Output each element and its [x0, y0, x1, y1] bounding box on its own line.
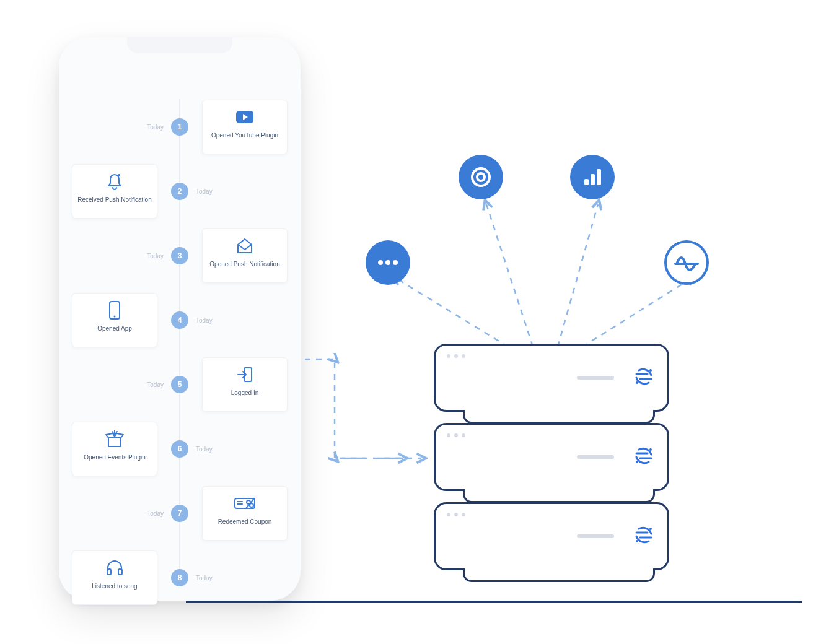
svg-rect-10	[118, 569, 122, 575]
svg-point-15	[477, 173, 485, 181]
svg-point-14	[472, 168, 490, 186]
segment-logo-icon	[631, 523, 656, 550]
timeline-marker: 5	[171, 376, 188, 393]
login-icon	[235, 365, 254, 384]
event-label: Logged In	[231, 389, 259, 398]
server-base	[463, 410, 655, 424]
svg-point-25	[636, 540, 638, 542]
svg-point-3	[114, 316, 116, 318]
timeline-row: 4TodayOpened App	[59, 286, 301, 354]
timeline-row: 3TodayOpened Push Notification	[59, 222, 301, 290]
event-label: Opened App	[97, 324, 132, 333]
event-card: Opened Push Notification	[202, 228, 288, 283]
coupon-icon	[234, 494, 256, 513]
destination-more-icon	[366, 240, 410, 285]
server-dots	[447, 513, 465, 516]
svg-point-11	[378, 260, 383, 265]
box-open-icon	[104, 430, 125, 448]
timeline-marker: 6	[171, 440, 188, 458]
svg-rect-18	[597, 169, 601, 185]
bell-icon	[107, 172, 123, 191]
connector-phone-server	[297, 353, 428, 477]
timeline-date-label: Today	[147, 124, 164, 131]
server-base	[463, 489, 655, 503]
svg-rect-9	[107, 569, 111, 575]
timeline-date-label: Today	[196, 575, 213, 581]
server-bar	[577, 455, 614, 459]
timeline-marker: 8	[171, 569, 188, 586]
timeline-marker: 4	[171, 311, 188, 329]
server-stack	[428, 328, 675, 570]
server-dots	[447, 354, 465, 358]
timeline-date-label: Today	[196, 188, 213, 195]
svg-rect-17	[591, 174, 595, 185]
destination-target-icon	[459, 155, 503, 199]
svg-point-24	[649, 528, 652, 530]
timeline-date-label: Today	[147, 510, 164, 517]
event-card: Opened YouTube Plugin	[202, 100, 288, 154]
event-card: Opened Events Plugin	[72, 422, 157, 476]
event-label: Redeemed Coupon	[218, 518, 272, 526]
event-card: Redeemed Coupon	[202, 486, 288, 541]
timeline-row: 5TodayLogged In	[59, 350, 301, 419]
timeline-date-label: Today	[147, 381, 164, 388]
timeline-date-label: Today	[196, 446, 213, 453]
timeline-marker: 1	[171, 118, 188, 136]
event-label: Opened Events Plugin	[84, 453, 146, 462]
server-bar	[577, 376, 614, 380]
timeline-row: 1TodayOpened YouTube Plugin	[59, 93, 301, 161]
event-card: Opened App	[72, 293, 157, 347]
timeline-date-label: Today	[196, 317, 213, 324]
event-label: Listened to song	[92, 582, 137, 591]
svg-point-20	[649, 369, 652, 372]
phone-notch	[127, 37, 232, 53]
event-label: Opened Push Notification	[209, 260, 279, 269]
envelope-open-icon	[235, 237, 254, 255]
server-unit	[434, 502, 669, 570]
svg-point-13	[393, 260, 398, 265]
phone-mock: 1TodayOpened YouTube Plugin2TodayReceive…	[59, 37, 301, 601]
svg-point-21	[636, 381, 638, 384]
server-unit	[434, 423, 669, 491]
server-dots	[447, 433, 465, 437]
diagram-stage: 1TodayOpened YouTube Plugin2TodayReceive…	[0, 0, 839, 644]
svg-rect-16	[584, 179, 589, 185]
timeline-marker: 3	[171, 247, 188, 264]
server-unit	[434, 344, 669, 412]
segment-logo-icon	[631, 443, 656, 471]
timeline-events: 1TodayOpened YouTube Plugin2TodayReceive…	[59, 93, 301, 582]
event-card: Received Push Notification	[72, 164, 157, 219]
event-card: Listened to song	[72, 550, 157, 605]
timeline-row: 2TodayReceived Push Notification	[59, 157, 301, 225]
svg-point-22	[649, 448, 652, 451]
event-label: Opened YouTube Plugin	[211, 131, 278, 140]
timeline-row: 6TodayOpened Events Plugin	[59, 415, 301, 483]
event-card: Logged In	[202, 357, 288, 412]
timeline-row: 7TodayRedeemed Coupon	[59, 479, 301, 547]
segment-logo-icon	[631, 364, 656, 391]
destination-analytics-icon	[570, 155, 615, 199]
svg-point-1	[118, 174, 120, 176]
timeline-marker: 2	[171, 183, 188, 200]
youtube-icon	[235, 108, 254, 126]
timeline-date-label: Today	[147, 253, 164, 259]
svg-point-23	[636, 461, 638, 463]
server-bar	[577, 534, 614, 538]
destination-amplitude-icon	[664, 240, 709, 285]
headphones-icon	[105, 559, 124, 577]
server-base	[463, 568, 655, 582]
ground-line	[186, 601, 802, 603]
svg-point-12	[385, 260, 390, 265]
timeline-marker: 7	[171, 505, 188, 522]
phone-outline-icon	[108, 301, 121, 320]
event-label: Received Push Notification	[77, 196, 152, 204]
